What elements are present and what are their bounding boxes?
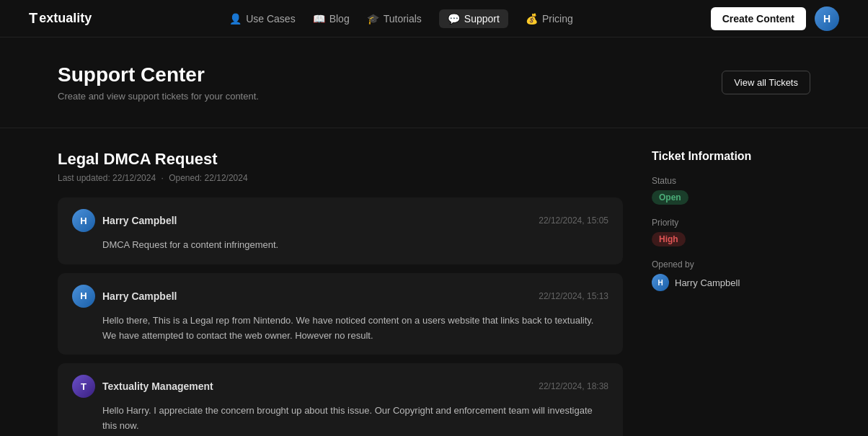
- user-avatar[interactable]: H: [815, 6, 839, 31]
- opened-by-avatar: H: [652, 274, 669, 291]
- logo: T extuality: [29, 10, 92, 27]
- nav-use-cases[interactable]: 👤 Use Cases: [229, 13, 295, 25]
- sender-name: Harry Campbell: [102, 290, 177, 302]
- status-badge: Open: [652, 190, 688, 205]
- message-timestamp: 22/12/2024, 15:13: [539, 291, 608, 301]
- status-section: Status Open: [652, 176, 810, 205]
- ticket-meta: Last updated: 22/12/2024 · Opened: 22/12…: [58, 173, 623, 183]
- nav-support[interactable]: 💬 Support: [439, 9, 508, 28]
- message-card: T Textuality Management 22/12/2024, 18:3…: [58, 363, 623, 436]
- support-header: Support Center Create and view support t…: [0, 37, 868, 128]
- message-body: Hello there, This is a Legal rep from Ni…: [72, 313, 608, 344]
- opened-by-name: Harry Campbell: [675, 277, 740, 288]
- page-title: Support Center: [58, 63, 259, 86]
- avatar: H: [72, 209, 95, 232]
- avatar: T: [72, 375, 95, 398]
- message-timestamp: 22/12/2024, 15:05: [539, 215, 608, 226]
- nav-blog[interactable]: 📖 Blog: [313, 13, 350, 25]
- support-icon: 💬: [448, 13, 460, 25]
- status-label: Status: [652, 176, 810, 186]
- message-body: DMCA Request for a content infringement.: [72, 238, 608, 253]
- view-all-tickets-button[interactable]: View all Tickets: [722, 71, 810, 94]
- pricing-icon: 💰: [526, 13, 538, 25]
- navbar: T extuality 👤 Use Cases 📖 Blog 🎓 Tutoria…: [0, 0, 868, 37]
- sender-name: Textuality Management: [102, 381, 213, 392]
- ticket-title: Legal DMCA Request: [58, 150, 623, 169]
- message-body: Hello Harry. I appreciate the concern br…: [72, 404, 608, 434]
- message-timestamp: 22/12/2024, 18:38: [539, 381, 608, 391]
- blog-icon: 📖: [313, 13, 325, 25]
- avatar: H: [72, 285, 95, 308]
- page-subtitle: Create and view support tickets for your…: [58, 91, 259, 102]
- sender-name: Harry Campbell: [102, 215, 177, 226]
- main-content: Legal DMCA Request Last updated: 22/12/2…: [0, 128, 868, 436]
- tutorials-icon: 🎓: [367, 13, 379, 25]
- opened-by-section: Opened by H Harry Campbell: [652, 259, 810, 291]
- priority-section: Priority High: [652, 218, 810, 246]
- message-card: H Harry Campbell 22/12/2024, 15:13 Hello…: [58, 273, 623, 355]
- nav-links: 👤 Use Cases 📖 Blog 🎓 Tutorials 💬 Support…: [229, 9, 573, 28]
- message-card: H Harry Campbell 22/12/2024, 15:05 DMCA …: [58, 197, 623, 264]
- nav-tutorials[interactable]: 🎓 Tutorials: [367, 13, 422, 25]
- ticket-info-title: Ticket Information: [652, 150, 810, 163]
- use-cases-icon: 👤: [229, 13, 242, 25]
- priority-badge: High: [652, 232, 686, 246]
- nav-pricing[interactable]: 💰 Pricing: [526, 13, 573, 25]
- create-content-button[interactable]: Create Content: [711, 7, 806, 30]
- nav-right: Create Content H: [711, 6, 839, 31]
- priority-label: Priority: [652, 218, 810, 228]
- ticket-thread: Legal DMCA Request Last updated: 22/12/2…: [58, 150, 623, 436]
- ticket-info-sidebar: Ticket Information Status Open Priority …: [652, 150, 810, 436]
- opened-by-label: Opened by: [652, 259, 810, 270]
